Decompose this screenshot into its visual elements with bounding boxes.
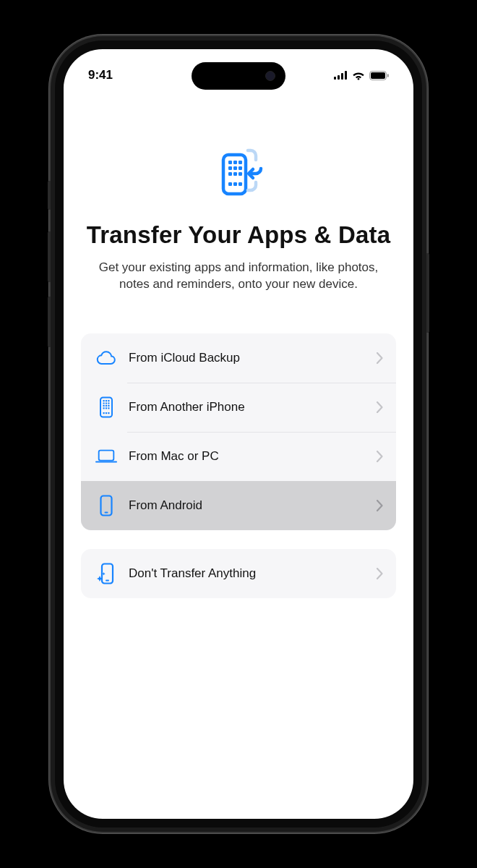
transfer-options-group: From iCloud Backup bbox=[81, 333, 396, 530]
option-label: From iCloud Backup bbox=[129, 351, 377, 365]
transfer-hero-icon bbox=[206, 143, 271, 208]
svg-rect-18 bbox=[228, 182, 232, 186]
option-label: From Mac or PC bbox=[129, 449, 377, 464]
option-mac-pc[interactable]: From Mac or PC bbox=[81, 432, 396, 481]
svg-rect-14 bbox=[239, 166, 242, 170]
svg-rect-13 bbox=[233, 166, 237, 170]
svg-point-4 bbox=[358, 78, 360, 80]
chevron-right-icon bbox=[377, 500, 383, 511]
option-label: Don't Transfer Anything bbox=[129, 566, 377, 581]
svg-rect-20 bbox=[239, 182, 242, 186]
volume-down-button bbox=[48, 297, 51, 347]
svg-rect-17 bbox=[239, 172, 242, 176]
silent-switch bbox=[48, 181, 51, 210]
svg-rect-31 bbox=[103, 407, 105, 409]
svg-rect-12 bbox=[228, 166, 232, 170]
svg-rect-7 bbox=[387, 74, 389, 77]
svg-rect-23 bbox=[106, 400, 107, 401]
svg-rect-2 bbox=[341, 73, 343, 80]
dynamic-island bbox=[192, 62, 285, 90]
volume-up-button bbox=[48, 231, 51, 282]
svg-rect-25 bbox=[103, 402, 105, 404]
page-title: Transfer Your Apps & Data bbox=[81, 221, 396, 249]
svg-rect-6 bbox=[371, 72, 385, 79]
option-label: From Another iPhone bbox=[129, 400, 377, 414]
svg-rect-0 bbox=[334, 77, 336, 80]
svg-rect-1 bbox=[338, 75, 340, 80]
cellular-icon bbox=[334, 71, 348, 80]
phone-frame: 9:41 bbox=[51, 36, 426, 832]
chevron-right-icon bbox=[377, 568, 383, 579]
wifi-icon bbox=[352, 71, 365, 80]
status-time: 9:41 bbox=[88, 68, 113, 82]
chevron-right-icon bbox=[377, 401, 383, 413]
option-dont-transfer[interactable]: Don't Transfer Anything bbox=[81, 549, 396, 598]
content: Transfer Your Apps & Data Get your exist… bbox=[64, 49, 413, 598]
svg-rect-28 bbox=[103, 405, 105, 407]
laptop-icon bbox=[95, 446, 117, 467]
chevron-right-icon bbox=[377, 451, 383, 462]
screen: 9:41 bbox=[64, 49, 413, 819]
skip-group: Don't Transfer Anything bbox=[81, 549, 396, 598]
svg-rect-10 bbox=[233, 161, 237, 164]
battery-icon bbox=[369, 71, 389, 80]
svg-rect-34 bbox=[103, 412, 105, 414]
svg-rect-35 bbox=[106, 412, 107, 414]
option-icloud-backup[interactable]: From iCloud Backup bbox=[81, 333, 396, 383]
iphone-icon bbox=[95, 396, 117, 418]
svg-rect-39 bbox=[105, 511, 108, 513]
svg-rect-24 bbox=[108, 400, 109, 401]
svg-rect-19 bbox=[233, 182, 237, 186]
svg-rect-37 bbox=[99, 450, 114, 460]
svg-rect-32 bbox=[106, 407, 107, 409]
svg-rect-22 bbox=[103, 400, 105, 401]
option-android[interactable]: From Android bbox=[81, 481, 396, 530]
cloud-icon bbox=[95, 347, 117, 369]
svg-rect-26 bbox=[106, 402, 107, 404]
page-subtitle: Get your existing apps and information, … bbox=[81, 259, 396, 293]
status-icons bbox=[334, 71, 389, 80]
side-button bbox=[426, 253, 429, 333]
option-another-iphone[interactable]: From Another iPhone bbox=[81, 383, 396, 432]
svg-rect-3 bbox=[345, 71, 347, 80]
phone-icon bbox=[95, 495, 117, 516]
svg-rect-29 bbox=[106, 405, 107, 407]
svg-rect-11 bbox=[239, 161, 242, 164]
svg-rect-30 bbox=[108, 405, 109, 407]
svg-rect-41 bbox=[106, 579, 109, 581]
svg-rect-33 bbox=[108, 407, 109, 409]
option-label: From Android bbox=[129, 498, 377, 513]
svg-rect-16 bbox=[233, 172, 237, 176]
svg-rect-9 bbox=[228, 161, 232, 164]
sparkle-phone-icon bbox=[95, 563, 117, 584]
svg-rect-15 bbox=[228, 172, 232, 176]
svg-rect-36 bbox=[108, 412, 109, 414]
chevron-right-icon bbox=[377, 352, 383, 364]
svg-rect-27 bbox=[108, 402, 109, 404]
